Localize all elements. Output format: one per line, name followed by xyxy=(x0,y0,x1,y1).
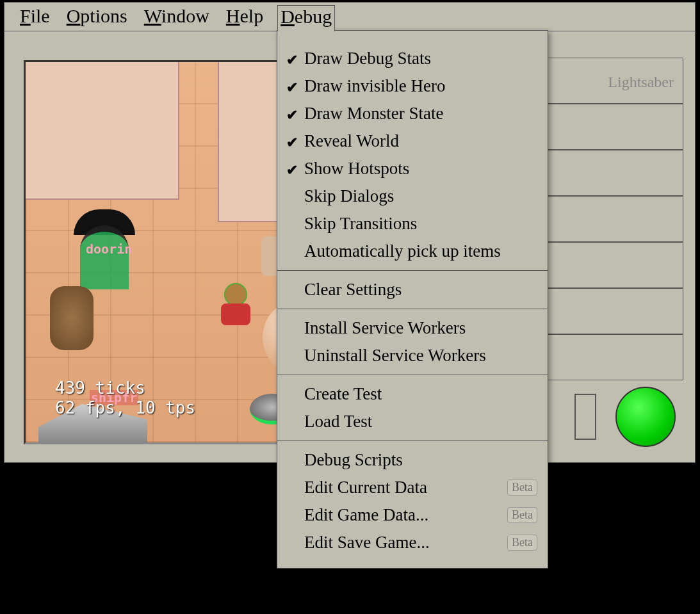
inventory-slot-3[interactable] xyxy=(530,196,683,242)
menu-options[interactable]: Options xyxy=(64,5,130,27)
menu-draw-invisible-hero[interactable]: ✔ Draw invisible Hero xyxy=(277,72,548,100)
inventory-item-label: Lightsaber xyxy=(530,58,683,91)
menu-item-label: Edit Save Game... xyxy=(304,533,430,553)
menu-edit-game-data[interactable]: Edit Game Data... Beta xyxy=(277,501,548,529)
beta-badge: Beta xyxy=(507,507,537,523)
menu-clear-settings[interactable]: Clear Settings xyxy=(277,276,548,303)
menu-item-label: Load Test xyxy=(304,412,372,432)
menu-item-label: Skip Transitions xyxy=(304,214,417,234)
inventory-panel: Lightsaber xyxy=(530,58,683,380)
menu-edit-current-data[interactable]: Edit Current Data Beta xyxy=(277,474,548,501)
npc-robot xyxy=(50,286,94,350)
checkmark-icon: ✔ xyxy=(286,134,298,151)
door-hotspot[interactable] xyxy=(80,225,129,289)
menu-item-label: Uninstall Service Workers xyxy=(304,346,486,366)
beta-badge: Beta xyxy=(507,480,537,496)
menu-item-label: Install Service Workers xyxy=(304,318,466,338)
menu-item-label: Automatically pick up items xyxy=(304,241,501,261)
menu-separator xyxy=(277,309,548,309)
checkmark-icon: ✔ xyxy=(286,107,298,124)
menu-show-hotspots[interactable]: ✔ Show Hotspots xyxy=(277,155,548,182)
health-orb xyxy=(615,387,676,447)
building-right xyxy=(218,60,286,222)
menu-draw-monster-state[interactable]: ✔ Draw Monster State xyxy=(277,100,548,127)
debug-stats-overlay: 439 ticks 62 fps, 10 tps xyxy=(55,378,195,418)
hero-sprite xyxy=(218,283,254,328)
menu-item-label: Show Hotspots xyxy=(304,159,409,179)
menu-skip-transitions[interactable]: Skip Transitions xyxy=(277,210,548,238)
menu-draw-debug-stats[interactable]: ✔ Draw Debug Stats xyxy=(277,45,548,72)
ammo-indicator xyxy=(574,394,596,440)
menu-item-label: Skip Dialogs xyxy=(304,186,394,206)
menu-item-label: Draw Monster State xyxy=(304,104,443,124)
menu-item-label: Clear Settings xyxy=(304,280,402,300)
menu-install-sw[interactable]: Install Service Workers xyxy=(277,314,548,342)
inventory-slot-1[interactable] xyxy=(530,104,683,150)
menu-file[interactable]: File xyxy=(17,5,53,27)
menubar: File Options Window Help Debug xyxy=(4,3,695,31)
status-area xyxy=(574,387,676,447)
menu-separator xyxy=(277,440,548,441)
menu-auto-pickup[interactable]: Automatically pick up items xyxy=(277,238,548,265)
inventory-slot-4[interactable] xyxy=(530,242,683,288)
checkmark-icon: ✔ xyxy=(286,79,298,96)
menu-item-label: Edit Game Data... xyxy=(304,505,428,525)
menu-debug-scripts[interactable]: Debug Scripts xyxy=(277,446,548,474)
menu-item-label: Draw Debug Stats xyxy=(304,49,431,69)
menu-debug[interactable]: Debug xyxy=(277,5,335,31)
stats-fps-tps: 62 fps, 10 tps xyxy=(55,398,195,418)
menu-uninstall-sw[interactable]: Uninstall Service Workers xyxy=(277,342,548,369)
inventory-slot-0[interactable]: Lightsaber xyxy=(530,58,683,104)
menu-separator xyxy=(277,375,548,375)
inventory-slot-5[interactable] xyxy=(530,288,683,334)
menu-edit-save-game[interactable]: Edit Save Game... Beta xyxy=(277,529,548,556)
menu-item-label: Create Test xyxy=(304,384,382,404)
debug-dropdown: ✔ Draw Debug Stats ✔ Draw invisible Hero… xyxy=(277,30,548,569)
stats-ticks: 439 ticks xyxy=(55,378,195,398)
menu-separator xyxy=(277,270,548,271)
inventory-slot-6[interactable] xyxy=(530,334,683,380)
checkmark-icon: ✔ xyxy=(286,52,298,69)
menu-item-label: Debug Scripts xyxy=(304,450,403,470)
menu-help[interactable]: Help xyxy=(224,5,266,27)
menu-skip-dialogs[interactable]: Skip Dialogs xyxy=(277,182,548,210)
checkmark-icon: ✔ xyxy=(286,162,298,179)
beta-badge: Beta xyxy=(507,535,537,551)
hotspot-label-doorin: doorin xyxy=(86,241,132,257)
menu-reveal-world[interactable]: ✔ Reveal World xyxy=(277,127,548,155)
game-viewport[interactable]: doorin shipfr 439 ticks 62 fps, 10 tps xyxy=(24,60,286,444)
inventory-slot-2[interactable] xyxy=(530,150,683,196)
building-left xyxy=(24,60,179,200)
menu-create-test[interactable]: Create Test xyxy=(277,380,548,408)
menu-item-label: Draw invisible Hero xyxy=(304,76,445,96)
menu-window[interactable]: Window xyxy=(142,5,212,27)
menu-item-label: Edit Current Data xyxy=(304,478,427,497)
menu-item-label: Reveal World xyxy=(304,131,399,151)
menu-load-test[interactable]: Load Test xyxy=(277,408,548,435)
